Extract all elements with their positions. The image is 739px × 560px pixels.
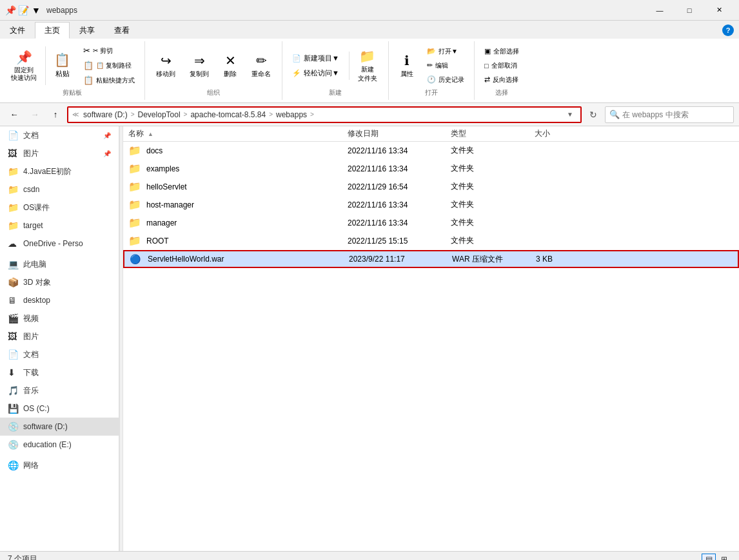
sidebar-item-pictures2[interactable]: 🖼 图片 bbox=[0, 327, 119, 345]
close-button[interactable]: ✕ bbox=[704, 0, 734, 21]
sidebar-item-documents[interactable]: 📄 文档 bbox=[0, 345, 119, 363]
invert-selection-button[interactable]: ⇄ 反向选择 bbox=[480, 73, 524, 86]
up-button[interactable]: ↑ bbox=[46, 106, 64, 124]
file-type-docs: 文件夹 bbox=[446, 145, 529, 156]
properties-icon: ℹ bbox=[404, 53, 409, 68]
maximize-button[interactable]: □ bbox=[675, 0, 704, 21]
pin-to-quick-access-button[interactable]: 📌 固定到快速访问 bbox=[5, 46, 43, 85]
tab-share[interactable]: 共享 bbox=[70, 22, 104, 39]
column-type-header[interactable]: 类型 bbox=[446, 128, 529, 139]
sidebar-item-3dobjects[interactable]: 📦 3D 对象 bbox=[0, 273, 119, 291]
sidebar-item-osc[interactable]: 💾 OS (C:) bbox=[0, 400, 119, 418]
easy-access-button[interactable]: ⚡ 轻松访问▼ bbox=[288, 66, 344, 80]
column-date-header[interactable]: 修改日期 bbox=[342, 128, 446, 139]
details-view-button[interactable]: ▤ bbox=[702, 554, 716, 561]
sidebar-item-software[interactable]: 💿 software (D:) bbox=[0, 418, 119, 436]
copy-to-button[interactable]: ⇒ 复制到 bbox=[184, 50, 215, 82]
pin-icon: 📌 bbox=[103, 150, 111, 157]
table-row[interactable]: 📁 examples 2022/11/16 13:34 文件夹 bbox=[123, 160, 739, 178]
address-segment-tomcat[interactable]: apache-tomcat-8.5.84 bbox=[188, 110, 268, 120]
forward-button[interactable]: → bbox=[26, 106, 44, 124]
new-label: 新建 bbox=[288, 88, 383, 97]
file-name-hostmanager: 📁 host-manager bbox=[123, 198, 342, 211]
help-icon[interactable]: ? bbox=[717, 22, 739, 39]
folder-icon: 📁 bbox=[128, 180, 141, 193]
main-layout: 📄 文档 📌 🖼 图片 📌 📁 4.JavaEE初阶 📁 csdn 📁 OS课件… bbox=[0, 126, 739, 551]
open-icon: 📂 bbox=[427, 47, 436, 55]
table-row[interactable]: 📁 ROOT 2022/11/25 15:15 文件夹 bbox=[123, 232, 739, 250]
paste-shortcut-button[interactable]: 📋 粘贴快捷方式 bbox=[79, 73, 139, 87]
rename-button[interactable]: ✏ 重命名 bbox=[246, 50, 277, 82]
sidebar-item-education[interactable]: 💿 education (E:) bbox=[0, 436, 119, 454]
address-bar[interactable]: ≪ software (D:) > DevelopTool > apache-t… bbox=[67, 106, 582, 123]
window-title: webapps bbox=[46, 6, 645, 15]
ribbon: 📌 固定到快速访问 📋 粘贴 ✂ ✂ 剪切 📋 📋 复制路径 bbox=[0, 39, 739, 103]
sidebar-item-docs[interactable]: 📄 文档 📌 bbox=[0, 126, 119, 144]
column-name-header[interactable]: 名称 ▲ bbox=[123, 128, 342, 139]
sidebar-item-thispc[interactable]: 💻 此电脑 bbox=[0, 255, 119, 273]
properties-button[interactable]: ℹ 属性 bbox=[394, 50, 420, 82]
sidebar-item-target[interactable]: 📁 target bbox=[0, 217, 119, 235]
scissors-icon: ✂ bbox=[83, 46, 90, 55]
item-count: 7 个项目 bbox=[8, 554, 37, 560]
tiles-view-button[interactable]: ⊞ bbox=[717, 554, 731, 561]
cut-button[interactable]: ✂ ✂ 剪切 bbox=[79, 44, 139, 57]
sidebar-item-javaee[interactable]: 📁 4.JavaEE初阶 bbox=[0, 162, 119, 180]
tab-view[interactable]: 查看 bbox=[104, 22, 139, 39]
address-segment-drive[interactable]: software (D:) bbox=[81, 110, 130, 120]
education-icon: 💿 bbox=[8, 439, 19, 450]
sidebar-item-oscourse[interactable]: 📁 OS课件 bbox=[0, 198, 119, 217]
history-button[interactable]: 🕐 历史记录 bbox=[422, 73, 469, 86]
address-dropdown-button[interactable]: ▼ bbox=[564, 107, 576, 122]
new-item-button[interactable]: 📄 新建项目▼ bbox=[288, 52, 344, 65]
table-row[interactable]: 📁 manager 2022/11/16 13:34 文件夹 bbox=[123, 214, 739, 232]
new-folder-button[interactable]: 📁 新建文件夹 bbox=[352, 45, 383, 86]
table-row[interactable]: 📁 host-manager 2022/11/16 13:34 文件夹 bbox=[123, 196, 739, 214]
pin-icon: 📌 bbox=[5, 5, 15, 15]
file-name-docs: 📁 docs bbox=[123, 144, 342, 157]
back-button[interactable]: ← bbox=[5, 106, 23, 124]
search-box[interactable]: 🔍 bbox=[605, 106, 734, 123]
sidebar-item-onedrive[interactable]: ☁ OneDrive - Perso bbox=[0, 235, 119, 253]
file-size-war: 3 KB bbox=[531, 255, 582, 264]
search-input[interactable] bbox=[622, 110, 729, 119]
sidebar-item-music[interactable]: 🎵 音乐 bbox=[0, 381, 119, 400]
minimize-button[interactable]: — bbox=[645, 0, 675, 21]
table-row[interactable]: 📁 helloServlet 2022/11/29 16:54 文件夹 bbox=[123, 178, 739, 196]
sidebar-item-downloads[interactable]: ⬇ 下载 bbox=[0, 363, 119, 381]
edit-button[interactable]: ✏ 编辑 bbox=[422, 59, 469, 72]
sidebar-item-pictures[interactable]: 🖼 图片 📌 bbox=[0, 144, 119, 162]
table-row-war[interactable]: 🔵 ServletHelloWorld.war 2023/9/22 11:17 … bbox=[123, 250, 739, 268]
address-segment-devtool[interactable]: DevelopTool bbox=[136, 110, 182, 120]
documents-icon: 📄 bbox=[8, 349, 19, 360]
move-to-button[interactable]: ↪ 移动到 bbox=[150, 50, 181, 82]
desktop-icon: 🖥 bbox=[8, 295, 19, 305]
folder-icon: 📁 bbox=[128, 162, 141, 175]
move-icon: ↪ bbox=[161, 53, 172, 68]
sidebar-item-csdn[interactable]: 📁 csdn bbox=[0, 180, 119, 198]
refresh-button[interactable]: ↻ bbox=[584, 106, 602, 124]
sidebar-item-videos[interactable]: 🎬 视频 bbox=[0, 309, 119, 327]
select-all-button[interactable]: ▣ 全部选择 bbox=[480, 45, 524, 58]
folder-icon: 📁 bbox=[8, 184, 19, 195]
select-all-icon: ▣ bbox=[484, 47, 491, 55]
sidebar-item-desktop[interactable]: 🖥 desktop bbox=[0, 291, 119, 309]
sidebar-item-network[interactable]: 🌐 网络 bbox=[0, 456, 119, 474]
column-size-header[interactable]: 大小 bbox=[529, 128, 581, 139]
paste-button[interactable]: 📋 粘贴 bbox=[48, 49, 76, 82]
file-date-examples: 2022/11/16 13:34 bbox=[342, 164, 446, 173]
address-segment-webapps[interactable]: webapps bbox=[274, 110, 309, 120]
ribbon-group-select: ▣ 全部选择 □ 全部取消 ⇄ 反向选择 选择 bbox=[475, 41, 529, 100]
paste-shortcut-icon: 📋 bbox=[83, 75, 94, 85]
computer-icon: 💻 bbox=[8, 259, 19, 269]
software-icon: 💿 bbox=[8, 421, 19, 432]
delete-button[interactable]: ✕ 删除 bbox=[217, 50, 243, 82]
copy-path-button[interactable]: 📋 📋 复制路径 bbox=[79, 59, 139, 72]
select-none-button[interactable]: □ 全部取消 bbox=[480, 59, 524, 72]
open-button[interactable]: 📂 打开▼ bbox=[422, 45, 469, 58]
file-date-hostmanager: 2022/11/16 13:34 bbox=[342, 200, 446, 209]
tab-home[interactable]: 主页 bbox=[35, 22, 70, 39]
table-row[interactable]: 📁 docs 2022/11/16 13:34 文件夹 bbox=[123, 142, 739, 160]
tab-file[interactable]: 文件 bbox=[0, 22, 35, 39]
organize-label: 组织 bbox=[150, 88, 277, 97]
